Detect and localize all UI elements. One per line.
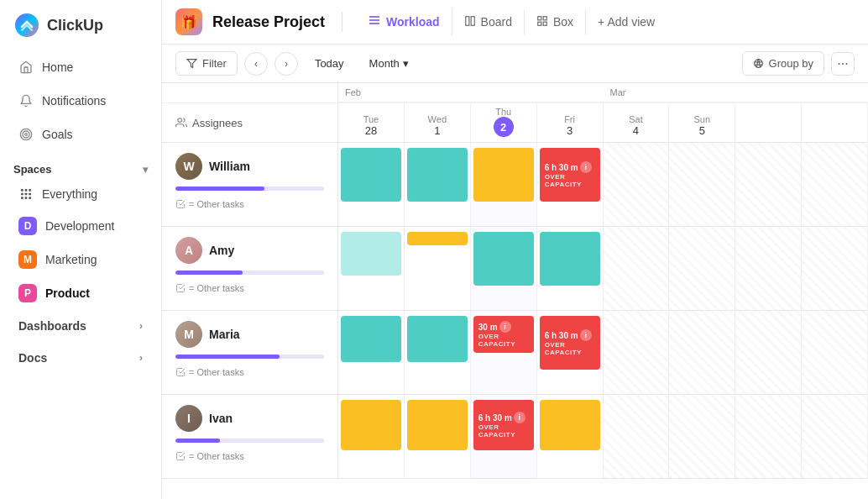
svg-point-28 [178,118,182,123]
spaces-label: Spaces [13,163,52,176]
project-icon: 🎁 [175,8,202,35]
avatar: M [175,321,202,348]
mar-label: Mar [604,86,869,99]
date-col-3: Fri3 [537,103,604,142]
sidebar-item-everything-label: Everything [42,187,97,201]
sidebar-item-development-label: Development [45,219,115,233]
svg-rect-12 [29,197,31,199]
day-cell [537,227,604,310]
assignees-icon [175,117,187,129]
task-block: 6 h 30 miOVER CAPACITY [540,148,600,202]
date-headers: Tue28Wed1Thu2Fri3Sat4Sun5 [338,103,868,142]
day-cells: 6 h 30 miOVER CAPACITY [338,143,868,226]
sidebar-item-goals[interactable]: Goals [5,118,156,150]
day-cell [669,227,735,310]
day-num: 2 [494,117,514,137]
sidebar-item-dashboards[interactable]: Dashboards › [5,311,156,341]
task-block [473,232,534,286]
development-badge: D [18,217,37,235]
dashboards-label: Dashboards [18,319,86,333]
next-button[interactable]: › [275,52,298,76]
progress-bar [175,439,324,443]
docs-label: Docs [18,351,47,365]
progress-bar-fill [175,439,220,443]
task-block [407,148,468,202]
sidebar-item-marketing[interactable]: M Marketing [5,244,156,276]
svg-rect-11 [25,197,28,199]
add-view-button[interactable]: + Add view [586,10,667,34]
svg-marker-22 [187,60,196,68]
task-block: 6 h 30 miOVER CAPACITY [473,400,534,450]
day-cell [604,227,670,310]
svg-rect-9 [29,193,31,196]
sidebar: ClickUp Home Notifications Goals Spaces [0,0,162,499]
tasks-icon [175,451,186,461]
task-block: 30 miOVER CAPACITY [473,316,534,353]
svg-line-26 [756,60,758,68]
other-tasks-label: = Other tasks [175,451,324,461]
day-cell [604,395,670,478]
over-capacity-time: 6 h 30 m [478,413,512,423]
tab-workload[interactable]: Workload [356,8,452,35]
svg-rect-20 [538,22,541,25]
tab-board[interactable]: Board [452,10,525,34]
date-col-4: Sat4 [604,103,670,142]
day-cell [669,311,735,394]
day-name: Thu [495,107,511,117]
assignee-name-row: IIvan [175,405,324,432]
svg-point-2 [23,131,29,138]
today-button[interactable]: Today [305,52,354,75]
date-col-6 [735,103,802,142]
task-block [341,148,401,202]
info-icon: i [514,412,526,423]
filter-button[interactable]: Filter [175,51,238,76]
over-capacity-label: OVER CAPACITY [478,333,529,348]
sidebar-item-development[interactable]: D Development [5,210,156,242]
progress-bar-fill [175,186,264,191]
avatar: A [175,237,202,264]
svg-rect-10 [21,197,24,199]
month-button[interactable]: Month ▾ [361,52,417,75]
day-cell [405,143,471,226]
day-num: 3 [567,124,573,137]
sidebar-item-docs[interactable]: Docs › [5,343,156,373]
over-capacity-time: 6 h 30 m [545,163,578,172]
box-tab-icon [536,15,548,29]
sidebar-item-home-label: Home [42,60,73,74]
progress-bar-fill [175,355,280,359]
sidebar-item-everything[interactable]: Everything [5,180,156,208]
sidebar-item-product[interactable]: P Product [5,277,156,309]
main-content: 🎁 Release Project Workload Board [162,0,868,499]
tab-box[interactable]: Box [525,10,586,34]
assignee-name-row: AAmy [175,237,324,264]
task-block [540,232,600,286]
prev-button[interactable]: ‹ [244,52,268,76]
tab-box-label: Box [553,15,573,29]
sidebar-item-home[interactable]: Home [5,51,156,83]
svg-rect-8 [25,193,28,196]
more-button[interactable]: ··· [831,52,855,76]
add-view-label: + Add view [598,15,655,29]
date-col-0: Tue28 [338,103,405,142]
group-by-label: Group by [769,57,813,70]
today-label: Today [315,57,344,70]
day-cell [604,143,670,226]
next-icon: › [285,58,288,70]
assignee-name: Amy [209,244,234,257]
day-cells: 6 h 30 miOVER CAPACITY [338,395,868,478]
assignee-info-william: WWilliam= Other tasks [162,143,338,226]
svg-rect-7 [21,193,24,196]
logo[interactable]: ClickUp [0,0,161,50]
spaces-header[interactable]: Spaces ▾ [0,155,161,179]
day-cell [471,227,537,310]
calendar-area: Feb Mar Assignees Tue28Wed1Thu2Fri3Sat4S… [162,83,868,499]
day-cell: 6 h 30 miOVER CAPACITY [471,395,537,478]
date-col-1: Wed1 [405,103,471,142]
sidebar-item-notifications-label: Notifications [42,94,106,108]
day-name: Sat [629,114,643,124]
group-by-button[interactable]: Group by [742,51,824,76]
day-cell [338,311,405,394]
day-name: Sun [694,114,711,124]
sidebar-item-notifications[interactable]: Notifications [5,85,156,117]
day-name: Fri [564,114,575,124]
